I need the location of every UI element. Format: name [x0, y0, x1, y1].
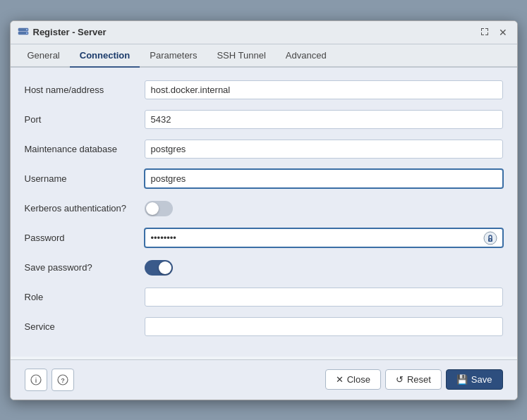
reset-icon: ↺ [396, 374, 404, 385]
password-input[interactable] [145, 228, 503, 247]
info-button[interactable]: i [25, 369, 47, 391]
close-button[interactable]: ✕ Close [325, 369, 381, 390]
role-label: Role [25, 292, 145, 302]
save-icon: 💾 [456, 374, 468, 385]
server-icon [18, 27, 29, 38]
username-input[interactable] [145, 169, 503, 188]
svg-text:?: ? [61, 377, 65, 384]
close-button[interactable]: ✕ [496, 25, 510, 39]
save-password-label: Save password? [25, 262, 145, 273]
tab-bar: General Connection Parameters SSH Tunnel… [11, 44, 517, 68]
save-label: Save [471, 374, 492, 385]
username-label: Username [25, 173, 145, 184]
svg-point-6 [490, 239, 491, 240]
svg-point-2 [26, 29, 28, 30]
password-wrapper [145, 228, 503, 247]
form-content: Host name/address Port Maintenance datab… [11, 68, 517, 357]
port-row: Port [25, 109, 503, 131]
save-button[interactable]: 💾 Save [446, 369, 503, 390]
service-label: Service [25, 321, 145, 332]
save-password-toggle[interactable] [145, 260, 173, 276]
port-input[interactable] [145, 110, 503, 129]
password-label: Password [25, 233, 145, 243]
kerberos-toggle[interactable] [145, 201, 173, 216]
help-button[interactable]: ? [52, 369, 74, 391]
role-row: Role [25, 286, 503, 309]
service-input[interactable] [145, 317, 503, 336]
maximize-button[interactable] [478, 25, 492, 39]
titlebar-buttons: ✕ [478, 25, 510, 39]
host-row: Host name/address [25, 79, 503, 101]
tab-connection[interactable]: Connection [70, 44, 140, 68]
tab-ssh-tunnel[interactable]: SSH Tunnel [207, 44, 275, 68]
maintenance-label: Maintenance database [25, 144, 145, 154]
dialog-footer: i ? ✕ Close ↺ Reset 💾 Save [11, 359, 517, 400]
register-server-dialog: Register - Server ✕ General Connection P… [10, 20, 518, 400]
kerberos-row: Kerberos authentication? [25, 197, 503, 220]
role-input[interactable] [145, 288, 503, 307]
host-input[interactable] [145, 80, 503, 99]
maintenance-row: Maintenance database [25, 138, 503, 161]
tab-advanced[interactable]: Advanced [276, 44, 337, 68]
reset-button[interactable]: ↺ Reset [385, 369, 442, 390]
maintenance-input[interactable] [145, 140, 503, 159]
svg-point-3 [26, 32, 28, 34]
footer-right-buttons: ✕ Close ↺ Reset 💾 Save [325, 369, 503, 390]
footer-left-buttons: i ? [25, 369, 74, 391]
password-reveal-button[interactable] [482, 230, 499, 247]
save-password-toggle-wrapper [145, 260, 503, 276]
svg-text:i: i [35, 377, 37, 384]
titlebar: Register - Server ✕ [11, 21, 517, 44]
host-label: Host name/address [25, 85, 145, 95]
password-row: Password [25, 227, 503, 249]
save-password-row: Save password? [25, 257, 503, 279]
kerberos-toggle-wrapper [145, 201, 503, 216]
port-label: Port [25, 114, 145, 125]
tab-parameters[interactable]: Parameters [140, 44, 207, 68]
close-label: Close [347, 374, 370, 385]
service-row: Service [25, 316, 503, 338]
titlebar-left: Register - Server [18, 27, 107, 38]
username-row: Username [25, 168, 503, 190]
tab-general[interactable]: General [18, 44, 70, 68]
reset-label: Reset [407, 374, 431, 385]
close-x-icon: ✕ [336, 374, 344, 385]
dialog-title: Register - Server [33, 27, 107, 37]
kerberos-label: Kerberos authentication? [25, 203, 145, 214]
